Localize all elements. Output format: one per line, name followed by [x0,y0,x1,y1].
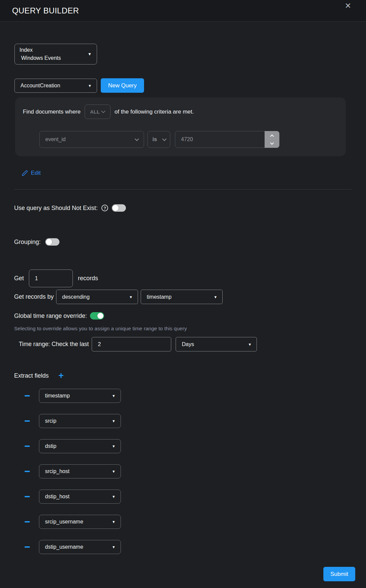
page-title: QUERY BUILDER [12,6,79,15]
add-field-icon[interactable]: + [58,371,64,380]
remove-field-icon[interactable] [25,471,30,472]
extract-field-select[interactable]: dstip_username ▼ [39,540,121,554]
modal-header: QUERY BUILDER ✕ [0,0,366,22]
criteria-field-value: event_id [40,136,66,142]
extract-field-value: dstip_host [39,494,70,500]
edit-link[interactable]: Edit [21,170,41,176]
get-records-row: Get records [14,269,98,287]
spinner-up-button[interactable] [265,131,279,139]
caret-down-icon: ▼ [112,495,121,499]
extract-field-value: dstip_username [39,544,83,550]
submit-button[interactable]: Submit [323,567,355,581]
extract-fields-header: Extract fields + [14,371,64,380]
edit-link-label: Edit [31,170,41,176]
toggle-knob [112,205,119,211]
remove-field-icon[interactable] [25,420,30,422]
criteria-field-select[interactable]: event_id [39,131,144,148]
criteria-value-input[interactable] [175,131,279,148]
extract-field-row: dstip_host ▼ [25,490,121,504]
chevron-down-icon [270,141,274,144]
record-count-input[interactable] [29,269,73,287]
extract-field-row: srcip_username ▼ [25,515,121,529]
match-type-value: ALL [85,109,100,115]
criteria-suffix-text: of the following criteria are met. [115,109,194,115]
section-divider [14,189,352,190]
extract-field-value: srcip [39,418,56,424]
index-select-value: Windows Events [21,55,61,61]
sort-order-value: descending [56,294,90,300]
help-icon[interactable]: ? [101,205,108,211]
extract-field-select[interactable]: dstip ▼ [39,439,121,453]
time-range-unit-value: Days [176,341,194,347]
chevron-down-icon [162,137,167,141]
time-range-unit-select[interactable]: Days ▼ [176,337,257,351]
query-builder-modal: QUERY BUILDER ✕ Index Windows Events ▼ A… [0,0,366,588]
extract-field-value: dstip [39,443,56,449]
criteria-panel: Find documents where ALL of the followin… [15,97,346,156]
sort-field-select[interactable]: timestamp ▼ [141,290,223,304]
criteria-operator-value: is [148,136,157,142]
criteria-sentence: Find documents where ALL of the followin… [23,104,194,119]
should-not-exist-toggle[interactable] [112,204,126,212]
extract-field-value: timestamp [39,393,70,399]
global-override-row: Global time range override: [14,312,104,320]
criteria-row: event_id is [39,131,279,148]
criteria-operator-select[interactable]: is [147,131,170,148]
remove-field-icon[interactable] [25,395,30,396]
close-icon[interactable]: ✕ [345,2,351,10]
sort-order-select[interactable]: descending ▼ [56,290,138,304]
new-query-button[interactable]: New Query [101,78,144,93]
grouping-row: Grouping: [14,238,59,246]
global-override-toggle[interactable] [90,312,104,320]
caret-down-icon: ▼ [112,469,121,473]
caret-down-icon: ▼ [112,545,121,549]
extract-field-select[interactable]: srcip ▼ [39,414,121,428]
sort-field-value: timestamp [141,294,172,300]
criteria-value-field [175,131,279,148]
time-range-row: Time range: Check the last Days ▼ [19,337,257,351]
extract-field-value: srcip_host [39,468,70,474]
get-records-prefix: Get [14,275,24,282]
remove-field-icon[interactable] [25,446,30,447]
number-spinner [265,131,279,148]
extract-field-select[interactable]: srcip_username ▼ [39,515,121,529]
caret-down-icon: ▼ [129,295,138,299]
caret-down-icon: ▼ [214,295,222,299]
spinner-down-button[interactable] [265,139,279,148]
remove-field-icon[interactable] [25,521,30,522]
extract-field-row: srcip ▼ [25,414,121,428]
toggle-knob [97,313,103,319]
pencil-icon [21,170,28,176]
caret-down-icon: ▼ [88,84,97,88]
caret-down-icon: ▼ [248,342,257,346]
chevron-down-icon [101,109,105,113]
remove-field-icon[interactable] [25,496,30,497]
extract-field-select[interactable]: timestamp ▼ [39,389,121,403]
grouping-toggle[interactable] [45,238,59,246]
get-records-by-label: Get records by [14,293,54,300]
index-select-label: Index [19,47,33,53]
extract-field-row: srcip_host ▼ [25,464,121,478]
match-type-select[interactable]: ALL [85,104,110,119]
time-range-label: Time range: Check the last [19,341,89,348]
get-records-by-row: Get records by descending ▼ timestamp ▼ [14,290,223,304]
should-not-exist-row: Use query as Should Not Exist: ? [14,204,126,212]
index-select[interactable]: Index Windows Events ▼ [14,44,97,65]
caret-down-icon: ▼ [112,394,121,398]
time-range-value-input[interactable] [92,337,171,351]
global-override-hint: Selecting to override allows you to assi… [14,326,187,332]
extract-field-select[interactable]: srcip_host ▼ [39,464,121,478]
extract-field-row: dstip ▼ [25,439,121,453]
grouping-label: Grouping: [14,239,41,246]
chevron-up-icon [270,134,274,138]
extract-field-value: srcip_username [39,519,83,525]
get-records-suffix: records [78,275,98,282]
extract-field-row: timestamp ▼ [25,389,121,403]
extract-field-select[interactable]: dstip_host ▼ [39,490,121,504]
toggle-knob [46,239,52,245]
caret-down-icon: ▼ [112,520,121,524]
remove-field-icon[interactable] [25,546,30,548]
saved-query-select[interactable]: AccountCreation ▼ [14,79,97,93]
extract-field-row: dstip_username ▼ [25,540,121,554]
criteria-prefix-text: Find documents where [23,109,81,115]
